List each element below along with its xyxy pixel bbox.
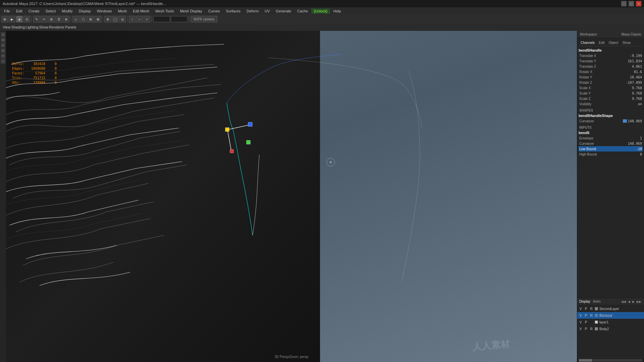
ch-low-bound[interactable]: Low Bound -10 bbox=[579, 146, 643, 152]
menu-generate[interactable]: Generate bbox=[273, 8, 294, 14]
svg-point-8 bbox=[330, 161, 332, 163]
ch-rotate-z[interactable]: Rotate Z -107.099 bbox=[579, 80, 643, 85]
layer-r-body2[interactable]: R bbox=[589, 327, 593, 331]
toolbar-btn-15[interactable]: ◯ bbox=[112, 16, 118, 22]
menu-mesh-display[interactable]: Mesh Display bbox=[177, 8, 205, 14]
layer-p-blockout[interactable]: P bbox=[584, 314, 588, 317]
ch-scale-y[interactable]: Scale Y 9.768 bbox=[579, 90, 643, 96]
toolbar-btn-12[interactable]: ⊞ bbox=[87, 16, 94, 22]
layer-nav-prev[interactable]: ◀ bbox=[627, 300, 631, 303]
menu-edit[interactable]: Edit bbox=[13, 8, 25, 14]
menu-mesh[interactable]: Mesh bbox=[115, 8, 129, 14]
toolbar-btn-10[interactable]: ◇ bbox=[72, 16, 79, 22]
layer-v-layer1[interactable]: V bbox=[579, 320, 583, 324]
toolbar-btn-16[interactable]: ◎ bbox=[119, 16, 126, 22]
menu-surfaces[interactable]: Surfaces bbox=[223, 8, 243, 14]
maximize-button[interactable]: □ bbox=[629, 1, 634, 6]
layer-panel: Display Anim ◀◀ ◀ ▶ ▶▶ V P R SecondLayer… bbox=[577, 298, 644, 358]
ch-translate-y[interactable]: Translate Y 161.834 bbox=[579, 58, 643, 64]
layer-p-second[interactable]: P bbox=[584, 307, 588, 311]
menu-deform[interactable]: Deform bbox=[244, 8, 261, 14]
left-icon-6[interactable]: Y bbox=[1, 59, 5, 64]
layer-tab-anim[interactable]: Anim bbox=[593, 300, 601, 303]
layer-v-body2[interactable]: V bbox=[579, 327, 583, 331]
minimize-button[interactable]: − bbox=[621, 1, 627, 6]
menu-windows[interactable]: Windows bbox=[94, 8, 115, 14]
ch-envelope[interactable]: Envelope 1 bbox=[579, 135, 643, 141]
toolbar-btn-6[interactable]: ✂ bbox=[41, 16, 47, 22]
layer-row-blockout[interactable]: V P R Blockout bbox=[577, 312, 644, 319]
toolbar-btn-14[interactable]: ⊕ bbox=[104, 16, 111, 22]
toolbar-btn-4[interactable]: ⊡ bbox=[23, 16, 30, 22]
cb-tab-edit[interactable]: Edit bbox=[597, 41, 606, 45]
left-icon-5[interactable]: T bbox=[1, 54, 5, 58]
layer-r-blockout[interactable]: R bbox=[589, 314, 593, 317]
layer-nav-first[interactable]: ◀◀ bbox=[621, 300, 627, 303]
ch-high-bound[interactable]: High Bound 0 bbox=[579, 152, 643, 157]
toolbar-btn-20[interactable]: IK/FK camera bbox=[191, 16, 217, 22]
toolbar-btn-13[interactable]: ⊠ bbox=[95, 16, 101, 22]
ch-scale-z[interactable]: Scale Z 9.768 bbox=[579, 96, 643, 101]
value-input-1[interactable]: 0.540 bbox=[153, 16, 170, 22]
subtoolbar-view[interactable]: View bbox=[3, 25, 11, 29]
layer-nav-next[interactable]: ▶ bbox=[632, 300, 635, 303]
viewport[interactable]: Verts: 383418 0 Edges: 1060600 0 Faces: … bbox=[6, 31, 577, 362]
left-icon-1[interactable]: Q bbox=[1, 32, 5, 37]
subtoolbar-renderer[interactable]: Renderer bbox=[49, 25, 64, 29]
toolbar-btn-5[interactable]: ✎ bbox=[33, 16, 40, 22]
menu-select[interactable]: Select bbox=[43, 8, 59, 14]
menu-help[interactable]: Help bbox=[331, 8, 344, 14]
menu-uv[interactable]: UV bbox=[262, 8, 272, 14]
toolbar-btn-2[interactable]: ▶ bbox=[9, 16, 15, 22]
ch-rotate-y[interactable]: Rotate Y 18.464 bbox=[579, 74, 643, 80]
ch-visibility[interactable]: Visibility on bbox=[579, 101, 643, 107]
ch-translate-z[interactable]: Translate Z 4.061 bbox=[579, 64, 643, 69]
toolbar-btn-7[interactable]: ⊞ bbox=[48, 16, 55, 22]
toolbar-btn-3[interactable]: ◈ bbox=[16, 16, 23, 22]
layer-p-layer1[interactable]: P bbox=[584, 320, 588, 324]
cb-tab-show[interactable]: Show bbox=[621, 41, 632, 45]
close-button[interactable]: ✕ bbox=[636, 1, 641, 6]
ch-curvature-input[interactable]: Curvature 148.969 bbox=[579, 141, 643, 146]
ch-translate-x[interactable]: Translate X -9.199 bbox=[579, 53, 643, 58]
menu-display[interactable]: Display bbox=[76, 8, 94, 14]
menu-modify[interactable]: Modify bbox=[59, 8, 75, 14]
toolbar-btn-17[interactable]: ↕ bbox=[129, 16, 136, 22]
layer-row-second[interactable]: V P R SecondLayer bbox=[577, 305, 644, 312]
menu-mesh-tools[interactable]: Mesh Tools bbox=[153, 8, 176, 14]
layer-r-second[interactable]: R bbox=[589, 307, 593, 311]
ch-rotate-x[interactable]: Rotate X 81.6 bbox=[579, 69, 643, 74]
subtoolbar-panels[interactable]: Panels bbox=[65, 25, 76, 29]
subtoolbar-show[interactable]: Show bbox=[39, 25, 49, 29]
menu-cache[interactable]: Cache bbox=[294, 8, 311, 14]
toolbar-btn-11[interactable]: ⬡ bbox=[80, 16, 87, 22]
value-input-2[interactable]: 1.00 bbox=[171, 16, 187, 22]
menu-unlock[interactable]: [Unlock] bbox=[311, 8, 330, 14]
toolbar-btn-19[interactable]: ⤢ bbox=[144, 16, 150, 22]
layer-p-body2[interactable]: P bbox=[584, 327, 588, 331]
subtoolbar-shading[interactable]: Shading bbox=[11, 25, 25, 29]
toolbar-btn-9[interactable]: ⊕ bbox=[63, 16, 69, 22]
subtoolbar-lighting[interactable]: Lighting bbox=[25, 25, 39, 29]
menu-edit-mesh[interactable]: Edit Mesh bbox=[130, 8, 152, 14]
toolbar-btn-18[interactable]: ↔ bbox=[136, 16, 143, 22]
left-icon-2[interactable]: W bbox=[1, 38, 5, 42]
menu-curves[interactable]: Curves bbox=[206, 8, 223, 14]
bottom-scrollbar[interactable] bbox=[577, 358, 644, 362]
toolbar-btn-8[interactable]: ☰ bbox=[55, 16, 62, 22]
menu-file[interactable]: File bbox=[1, 8, 13, 14]
layer-v-blockout[interactable]: V bbox=[579, 314, 583, 317]
layer-nav-last[interactable]: ▶▶ bbox=[636, 300, 642, 303]
cb-tab-channels[interactable]: Channels bbox=[579, 41, 596, 45]
layer-tab-display[interactable]: Display bbox=[579, 300, 590, 303]
layer-v-second[interactable]: V bbox=[579, 307, 583, 311]
ch-scale-x[interactable]: Scale X 9.768 bbox=[579, 85, 643, 90]
left-icon-4[interactable]: R bbox=[1, 48, 5, 53]
menu-create[interactable]: Create bbox=[26, 8, 42, 14]
cb-tab-object[interactable]: Object bbox=[607, 41, 620, 45]
toolbar-btn-1[interactable]: ⊞ bbox=[1, 16, 8, 22]
layer-row-layer1[interactable]: V P R layer1 bbox=[577, 319, 644, 325]
layer-row-body2[interactable]: V P R Body2 bbox=[577, 325, 644, 332]
ch-curvature-shape[interactable]: Curvature 148.969 bbox=[579, 118, 643, 124]
left-icon-3[interactable]: E bbox=[1, 43, 5, 48]
